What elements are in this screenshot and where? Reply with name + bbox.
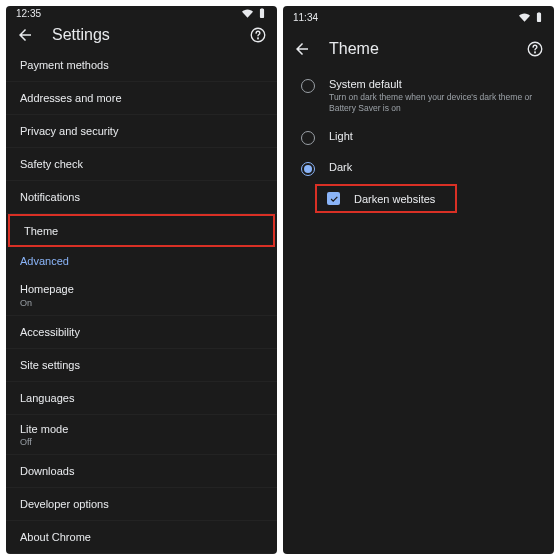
settings-item[interactable]: Developer options [6, 488, 277, 521]
settings-item[interactable]: Site settings [6, 349, 277, 382]
settings-item[interactable]: Languages [6, 382, 277, 415]
settings-screen: 12:35 Settings Payment methods Addresses… [6, 6, 277, 554]
status-icons [519, 11, 544, 23]
radio-icon [301, 131, 315, 145]
app-bar: Theme [283, 28, 554, 70]
settings-item-theme[interactable]: Theme [8, 214, 275, 247]
settings-item[interactable]: Payment methods [6, 49, 277, 82]
radio-icon [301, 162, 315, 176]
settings-item[interactable]: Accessibility [6, 316, 277, 349]
back-arrow-icon[interactable] [293, 40, 311, 58]
darken-websites-option[interactable]: Darken websites [315, 184, 457, 213]
wifi-icon [242, 8, 253, 19]
app-bar: Settings [6, 21, 277, 49]
status-bar: 11:34 [283, 6, 554, 28]
check-icon [329, 194, 339, 204]
checkbox-icon [327, 192, 340, 205]
radio-icon [301, 79, 315, 93]
page-title: Theme [329, 40, 379, 58]
theme-option-system-default[interactable]: System default Turn on dark theme when y… [283, 70, 554, 122]
help-icon[interactable] [249, 26, 267, 44]
theme-screen: 11:34 Theme System default Turn on dark … [283, 6, 554, 554]
wifi-icon [519, 12, 530, 23]
settings-item[interactable]: Privacy and security [6, 115, 277, 148]
status-time: 12:35 [16, 8, 41, 19]
section-header-advanced[interactable]: Advanced [6, 247, 277, 275]
status-bar: 12:35 [6, 6, 277, 21]
settings-item[interactable]: Downloads [6, 455, 277, 488]
theme-option-light[interactable]: Light [283, 122, 554, 153]
theme-option-dark[interactable]: Dark [283, 153, 554, 184]
battery-icon [534, 11, 544, 23]
theme-options: System default Turn on dark theme when y… [283, 70, 554, 213]
help-icon[interactable] [526, 40, 544, 58]
settings-list: Payment methods Addresses and more Priva… [6, 49, 277, 554]
svg-point-3 [535, 52, 536, 53]
status-icons [242, 7, 267, 19]
status-time: 11:34 [293, 12, 318, 23]
back-arrow-icon[interactable] [16, 26, 34, 44]
settings-item[interactable]: HomepageOn [6, 275, 277, 315]
settings-item[interactable]: Lite modeOff [6, 415, 277, 455]
battery-icon [257, 7, 267, 19]
settings-item[interactable]: About Chrome [6, 521, 277, 554]
settings-item[interactable]: Addresses and more [6, 82, 277, 115]
settings-item[interactable]: Notifications [6, 181, 277, 214]
page-title: Settings [52, 26, 110, 44]
settings-item[interactable]: Safety check [6, 148, 277, 181]
svg-point-1 [258, 38, 259, 39]
